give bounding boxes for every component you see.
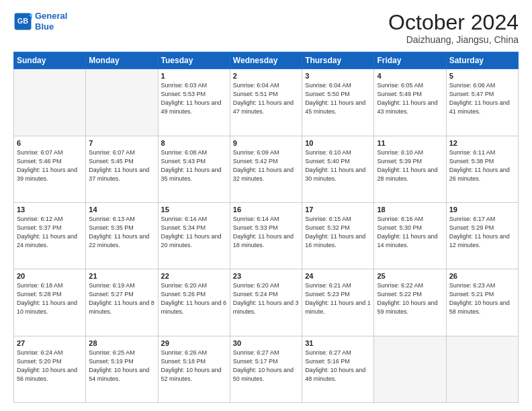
day-cell: 24Sunrise: 6:21 AMSunset: 5:23 PMDayligh… bbox=[302, 269, 374, 336]
day-info: Sunrise: 6:13 AMSunset: 5:35 PMDaylight:… bbox=[89, 215, 154, 250]
day-cell bbox=[86, 69, 158, 136]
day-number: 23 bbox=[233, 272, 299, 280]
weekday-thursday: Thursday bbox=[302, 52, 374, 69]
day-number: 2 bbox=[233, 72, 299, 80]
month-title: October 2024 bbox=[388, 11, 519, 34]
day-cell: 20Sunrise: 6:18 AMSunset: 5:28 PMDayligh… bbox=[14, 269, 86, 336]
day-info: Sunrise: 6:18 AMSunset: 5:28 PMDaylight:… bbox=[17, 281, 83, 316]
weekday-header-row: SundayMondayTuesdayWednesdayThursdayFrid… bbox=[14, 52, 519, 69]
day-cell bbox=[446, 336, 518, 402]
day-info: Sunrise: 6:17 AMSunset: 5:29 PMDaylight:… bbox=[449, 215, 515, 250]
day-number: 14 bbox=[89, 205, 154, 214]
day-cell: 26Sunrise: 6:23 AMSunset: 5:21 PMDayligh… bbox=[446, 269, 518, 336]
day-number: 5 bbox=[449, 72, 515, 80]
day-info: Sunrise: 6:16 AMSunset: 5:30 PMDaylight:… bbox=[377, 215, 443, 250]
day-number: 18 bbox=[377, 205, 443, 214]
week-row-3: 13Sunrise: 6:12 AMSunset: 5:37 PMDayligh… bbox=[14, 202, 519, 269]
day-info: Sunrise: 6:03 AMSunset: 5:53 PMDaylight:… bbox=[161, 81, 227, 116]
day-number: 9 bbox=[233, 139, 299, 147]
day-number: 28 bbox=[89, 339, 154, 347]
day-info: Sunrise: 6:07 AMSunset: 5:46 PMDaylight:… bbox=[17, 148, 83, 183]
day-cell: 19Sunrise: 6:17 AMSunset: 5:29 PMDayligh… bbox=[446, 202, 518, 269]
day-number: 22 bbox=[161, 272, 227, 280]
week-row-5: 27Sunrise: 6:24 AMSunset: 5:20 PMDayligh… bbox=[14, 336, 519, 402]
day-cell: 14Sunrise: 6:13 AMSunset: 5:35 PMDayligh… bbox=[86, 202, 158, 269]
logo-icon: GB bbox=[13, 12, 32, 31]
week-row-2: 6Sunrise: 6:07 AMSunset: 5:46 PMDaylight… bbox=[14, 136, 519, 202]
day-info: Sunrise: 6:04 AMSunset: 5:51 PMDaylight:… bbox=[233, 81, 299, 116]
week-row-1: 1Sunrise: 6:03 AMSunset: 5:53 PMDaylight… bbox=[14, 69, 519, 136]
day-number: 1 bbox=[161, 72, 227, 80]
day-info: Sunrise: 6:07 AMSunset: 5:45 PMDaylight:… bbox=[89, 148, 154, 183]
day-info: Sunrise: 6:24 AMSunset: 5:20 PMDaylight:… bbox=[17, 349, 83, 383]
day-number: 16 bbox=[233, 205, 299, 214]
day-cell: 30Sunrise: 6:27 AMSunset: 5:17 PMDayligh… bbox=[230, 336, 302, 402]
weekday-wednesday: Wednesday bbox=[230, 52, 302, 69]
logo-blue: Blue bbox=[35, 21, 54, 32]
day-cell: 18Sunrise: 6:16 AMSunset: 5:30 PMDayligh… bbox=[374, 202, 446, 269]
weekday-saturday: Saturday bbox=[446, 52, 518, 69]
day-cell: 6Sunrise: 6:07 AMSunset: 5:46 PMDaylight… bbox=[14, 136, 86, 202]
day-info: Sunrise: 6:08 AMSunset: 5:43 PMDaylight:… bbox=[161, 148, 227, 183]
day-info: Sunrise: 6:14 AMSunset: 5:34 PMDaylight:… bbox=[161, 215, 227, 250]
day-number: 31 bbox=[305, 339, 371, 347]
day-info: Sunrise: 6:06 AMSunset: 5:47 PMDaylight:… bbox=[449, 81, 515, 116]
day-info: Sunrise: 6:26 AMSunset: 5:18 PMDaylight:… bbox=[161, 349, 227, 383]
logo-general: General bbox=[35, 11, 67, 21]
weekday-sunday: Sunday bbox=[14, 52, 86, 69]
day-cell: 1Sunrise: 6:03 AMSunset: 5:53 PMDaylight… bbox=[158, 69, 230, 136]
day-cell: 25Sunrise: 6:22 AMSunset: 5:22 PMDayligh… bbox=[374, 269, 446, 336]
day-cell: 13Sunrise: 6:12 AMSunset: 5:37 PMDayligh… bbox=[14, 202, 86, 269]
day-cell: 10Sunrise: 6:10 AMSunset: 5:40 PMDayligh… bbox=[302, 136, 374, 202]
day-number: 26 bbox=[449, 272, 515, 280]
day-number: 20 bbox=[17, 272, 83, 280]
day-info: Sunrise: 6:04 AMSunset: 5:50 PMDaylight:… bbox=[305, 81, 371, 116]
day-number: 10 bbox=[305, 139, 371, 147]
day-cell: 12Sunrise: 6:11 AMSunset: 5:38 PMDayligh… bbox=[446, 136, 518, 202]
day-cell: 4Sunrise: 6:05 AMSunset: 5:49 PMDaylight… bbox=[374, 69, 446, 136]
location: Daizhuang, Jiangsu, China bbox=[388, 34, 519, 45]
svg-text:GB: GB bbox=[17, 17, 28, 25]
day-info: Sunrise: 6:25 AMSunset: 5:19 PMDaylight:… bbox=[89, 349, 154, 383]
day-cell: 16Sunrise: 6:14 AMSunset: 5:33 PMDayligh… bbox=[230, 202, 302, 269]
week-row-4: 20Sunrise: 6:18 AMSunset: 5:28 PMDayligh… bbox=[14, 269, 519, 336]
header: GB General Blue October 2024 Daizhuang, … bbox=[13, 11, 519, 45]
weekday-tuesday: Tuesday bbox=[158, 52, 230, 69]
day-cell: 22Sunrise: 6:20 AMSunset: 5:26 PMDayligh… bbox=[158, 269, 230, 336]
weekday-friday: Friday bbox=[374, 52, 446, 69]
day-number: 21 bbox=[89, 272, 154, 280]
day-cell: 2Sunrise: 6:04 AMSunset: 5:51 PMDaylight… bbox=[230, 69, 302, 136]
day-cell: 5Sunrise: 6:06 AMSunset: 5:47 PMDaylight… bbox=[446, 69, 518, 136]
day-number: 19 bbox=[449, 205, 515, 214]
day-number: 17 bbox=[305, 205, 371, 214]
day-number: 24 bbox=[305, 272, 371, 280]
day-number: 7 bbox=[89, 139, 154, 147]
day-cell: 29Sunrise: 6:26 AMSunset: 5:18 PMDayligh… bbox=[158, 336, 230, 402]
day-info: Sunrise: 6:05 AMSunset: 5:49 PMDaylight:… bbox=[377, 81, 443, 116]
day-cell bbox=[14, 69, 86, 136]
day-info: Sunrise: 6:11 AMSunset: 5:38 PMDaylight:… bbox=[449, 148, 515, 183]
title-block: October 2024 Daizhuang, Jiangsu, China bbox=[388, 11, 519, 45]
day-number: 12 bbox=[449, 139, 515, 147]
logo: GB General Blue bbox=[13, 11, 67, 32]
day-cell: 28Sunrise: 6:25 AMSunset: 5:19 PMDayligh… bbox=[86, 336, 158, 402]
day-info: Sunrise: 6:09 AMSunset: 5:42 PMDaylight:… bbox=[233, 148, 299, 183]
day-info: Sunrise: 6:20 AMSunset: 5:24 PMDaylight:… bbox=[233, 281, 299, 316]
day-number: 3 bbox=[305, 72, 371, 80]
day-cell: 17Sunrise: 6:15 AMSunset: 5:32 PMDayligh… bbox=[302, 202, 374, 269]
day-number: 25 bbox=[377, 272, 443, 280]
day-cell: 15Sunrise: 6:14 AMSunset: 5:34 PMDayligh… bbox=[158, 202, 230, 269]
day-cell: 9Sunrise: 6:09 AMSunset: 5:42 PMDaylight… bbox=[230, 136, 302, 202]
day-number: 15 bbox=[161, 205, 227, 214]
day-info: Sunrise: 6:23 AMSunset: 5:21 PMDaylight:… bbox=[449, 281, 515, 316]
day-info: Sunrise: 6:12 AMSunset: 5:37 PMDaylight:… bbox=[17, 215, 83, 250]
day-info: Sunrise: 6:22 AMSunset: 5:22 PMDaylight:… bbox=[377, 281, 443, 316]
day-info: Sunrise: 6:10 AMSunset: 5:40 PMDaylight:… bbox=[305, 148, 371, 183]
calendar-table: SundayMondayTuesdayWednesdayThursdayFrid… bbox=[13, 52, 519, 403]
day-number: 8 bbox=[161, 139, 227, 147]
day-info: Sunrise: 6:20 AMSunset: 5:26 PMDaylight:… bbox=[161, 281, 227, 316]
day-info: Sunrise: 6:19 AMSunset: 5:27 PMDaylight:… bbox=[89, 281, 154, 316]
day-info: Sunrise: 6:27 AMSunset: 5:17 PMDaylight:… bbox=[233, 349, 299, 383]
day-number: 29 bbox=[161, 339, 227, 347]
calendar-page: GB General Blue October 2024 Daizhuang, … bbox=[0, 0, 532, 411]
